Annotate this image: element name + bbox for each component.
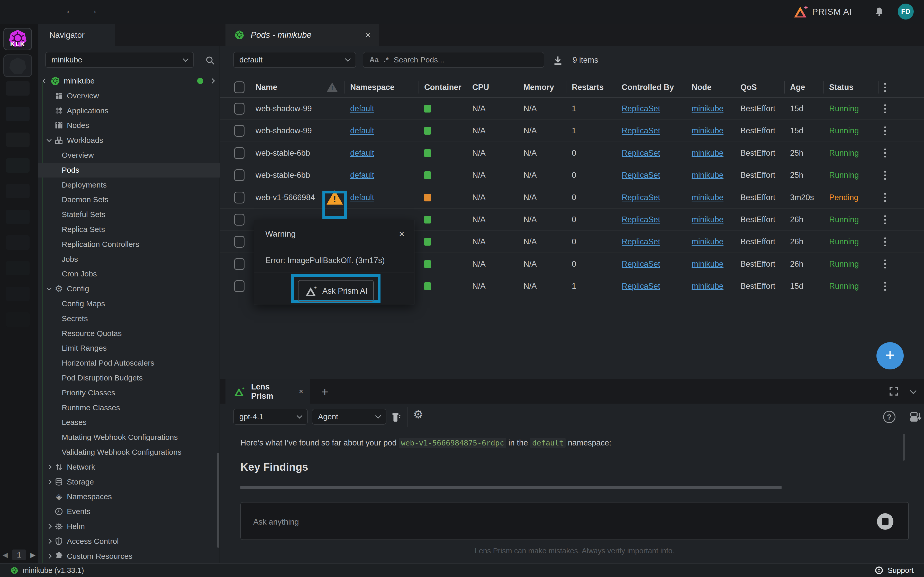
namespace-link[interactable]: default <box>350 142 374 164</box>
ask-prism-ai-button[interactable]: ✦ Ask Prism AI <box>298 280 374 302</box>
kebab-icon[interactable] <box>884 237 886 247</box>
sidebar-item-secrets[interactable]: Secrets <box>38 311 220 326</box>
sidebar-item-events[interactable]: Events <box>38 504 220 519</box>
node-link[interactable]: minikube <box>691 231 724 253</box>
forward-arrow-icon[interactable]: → <box>87 3 98 16</box>
status-cluster[interactable]: minikube (v1.33.1) <box>10 566 84 575</box>
controlled-by-link[interactable]: ReplicaSet <box>622 164 660 186</box>
sidebar-item-config[interactable]: ⚙Config <box>38 281 220 296</box>
page-prev-icon[interactable]: ◀ <box>3 551 8 559</box>
row-menu[interactable] <box>884 231 886 253</box>
sidebar-item-minikube[interactable]: minikube <box>38 74 220 89</box>
stop-generation-button[interactable] <box>877 513 893 530</box>
select-all-checkbox[interactable] <box>234 77 244 98</box>
fullscreen-icon[interactable] <box>888 385 900 397</box>
sidebar-item-daemon-sets[interactable]: Daemon Sets <box>38 192 220 207</box>
sidebar-item-cron-jobs[interactable]: Cron Jobs <box>38 266 220 281</box>
cluster-tile-placeholder[interactable] <box>6 210 29 224</box>
sidebar-item-overview[interactable]: Overview <box>38 148 220 163</box>
row-checkbox[interactable] <box>234 231 244 253</box>
controlled-by-link[interactable]: ReplicaSet <box>622 142 660 164</box>
kebab-icon[interactable] <box>884 148 886 158</box>
node-link[interactable]: minikube <box>691 209 724 231</box>
search-icon[interactable] <box>205 55 215 66</box>
cluster-tile-placeholder[interactable] <box>6 287 29 301</box>
notifications-bell-icon[interactable] <box>874 6 885 18</box>
cluster-tile-placeholder[interactable] <box>6 158 29 172</box>
tab-lens-prism[interactable]: ✦ Lens Prism × <box>226 379 310 404</box>
chevron-right-icon[interactable] <box>47 464 52 470</box>
row-checkbox[interactable] <box>234 187 244 209</box>
row-menu[interactable] <box>884 120 886 142</box>
chevron-down-icon[interactable] <box>47 137 52 142</box>
back-arrow-icon[interactable]: ← <box>65 3 76 16</box>
model-select[interactable]: gpt-4.1 <box>233 409 308 425</box>
kebab-icon[interactable] <box>884 259 886 268</box>
row-menu[interactable] <box>884 209 886 231</box>
chevron-right-icon[interactable] <box>47 539 52 544</box>
sidebar-item-storage[interactable]: Storage <box>38 474 220 489</box>
sidebar-item-namespaces[interactable]: ◈Namespaces <box>38 489 220 504</box>
export-layout-icon[interactable] <box>909 411 922 423</box>
page-next-icon[interactable]: ▶ <box>30 551 36 559</box>
tab-close-icon[interactable]: × <box>365 30 370 40</box>
namespace-link[interactable]: default <box>350 120 374 142</box>
namespace-link[interactable]: default <box>350 98 374 120</box>
sidebar-item-nodes[interactable]: Nodes <box>38 118 220 133</box>
regex-icon[interactable]: .* <box>384 56 389 64</box>
sidebar-item-config-maps[interactable]: Config Maps <box>38 296 220 311</box>
kebab-icon[interactable] <box>884 104 886 113</box>
node-link[interactable]: minikube <box>691 142 724 164</box>
node-link[interactable]: minikube <box>691 120 724 142</box>
chevron-right-icon[interactable] <box>47 524 52 529</box>
kebab-icon[interactable] <box>884 282 886 291</box>
sidebar-item-access-control[interactable]: Access Control <box>38 534 220 549</box>
new-prism-tab-icon[interactable]: + <box>321 385 328 399</box>
controlled-by-link[interactable]: ReplicaSet <box>622 187 660 209</box>
row-menu[interactable] <box>884 187 886 209</box>
sidebar-item-overview[interactable]: Overview <box>38 89 220 103</box>
navigator-tab[interactable]: Navigator <box>38 24 115 46</box>
collapse-panel-chevron-icon[interactable] <box>910 387 916 394</box>
controlled-by-link[interactable]: ReplicaSet <box>622 253 660 275</box>
cluster-select[interactable]: minikube <box>45 52 194 68</box>
popup-close-icon[interactable]: × <box>399 229 404 239</box>
tab-pods-minikube[interactable]: Pods - minikube × <box>226 24 379 46</box>
sidebar-item-replica-sets[interactable]: Replica Sets <box>38 222 220 237</box>
clear-chat-icon[interactable] <box>390 411 402 423</box>
namespace-link[interactable]: default <box>350 187 374 209</box>
row-menu[interactable] <box>884 275 886 297</box>
sidebar-item-applications[interactable]: Applications <box>38 103 220 118</box>
user-avatar[interactable]: FD <box>898 3 914 19</box>
namespace-link[interactable]: default <box>350 164 374 186</box>
chevron-left-icon[interactable] <box>42 78 48 84</box>
row-checkbox[interactable] <box>234 209 244 231</box>
sidebar-item-runtime-classes[interactable]: Runtime Classes <box>38 400 220 415</box>
sidebar-item-replication-controllers[interactable]: Replication Controllers <box>38 237 220 252</box>
kebab-icon[interactable] <box>884 83 886 92</box>
add-resource-fab[interactable]: + <box>876 342 904 369</box>
node-link[interactable]: minikube <box>691 98 724 120</box>
sidebar-item-stateful-sets[interactable]: Stateful Sets <box>38 207 220 222</box>
cluster-tile-placeholder[interactable] <box>6 313 29 327</box>
row-checkbox[interactable] <box>234 164 244 186</box>
checkbox[interactable] <box>234 81 244 93</box>
support-button[interactable]: Support <box>875 566 914 575</box>
cluster-tile-placeholder[interactable] <box>6 184 29 198</box>
cluster-tile-placeholder[interactable] <box>6 107 29 121</box>
sidebar-item-resource-quotas[interactable]: Resource Quotas <box>38 326 220 341</box>
chat-scrollbar[interactable] <box>903 434 905 461</box>
cluster-tile-placeholder[interactable] <box>6 132 29 147</box>
kebab-icon[interactable] <box>884 126 886 135</box>
row-checkbox[interactable] <box>234 142 244 164</box>
table-row[interactable]: web-stable-6bbdefaultN/AN/A0ReplicaSetmi… <box>220 164 924 186</box>
chevron-right-icon[interactable] <box>210 78 215 84</box>
row-checkbox[interactable] <box>234 253 244 275</box>
table-row[interactable]: web-shadow-99defaultN/AN/A1ReplicaSetmin… <box>220 98 924 120</box>
row-menu[interactable] <box>884 98 886 120</box>
kebab-icon[interactable] <box>884 171 886 180</box>
match-case-icon[interactable]: Aa <box>370 56 379 64</box>
row-checkbox[interactable] <box>234 275 244 297</box>
sidebar-item-horizontal-pod-autoscalers[interactable]: Horizontal Pod Autoscalers <box>38 356 220 371</box>
kebab-icon[interactable] <box>884 215 886 224</box>
